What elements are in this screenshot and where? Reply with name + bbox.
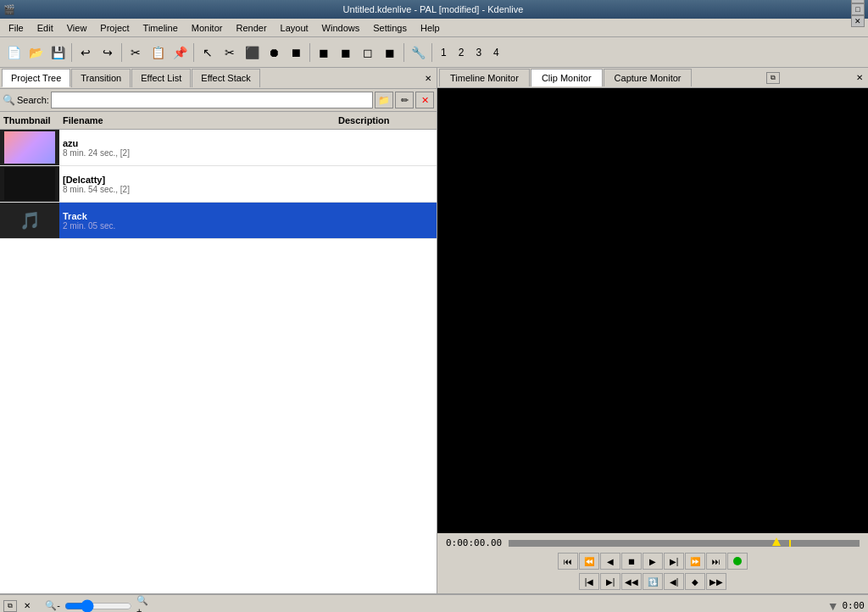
left-panel-close-button[interactable]: ✕	[421, 71, 435, 85]
app-icon: 🎬	[3, 4, 15, 15]
tab-clip-monitor[interactable]: Clip Monitor	[531, 69, 603, 86]
monitor-display	[437, 88, 868, 533]
razor-tool[interactable]: ✂	[220, 42, 240, 63]
menu-file[interactable]: File	[2, 21, 31, 35]
redo-button[interactable]: ↪	[97, 42, 118, 63]
rewind-button[interactable]: ⏪	[579, 553, 599, 570]
extract-button[interactable]: ◀|	[664, 573, 684, 590]
menu-timeline[interactable]: Timeline	[136, 21, 185, 35]
titlebar-controls: ─ □ ✕	[851, 0, 865, 27]
layout-2-button[interactable]: 2	[453, 45, 470, 60]
layout-3-button[interactable]: 3	[470, 45, 487, 60]
record-button[interactable]: ⏺	[264, 42, 284, 63]
mark-out-end-button[interactable]: ▶|	[600, 573, 620, 590]
zoom-slider[interactable]	[64, 599, 132, 613]
zoom-in-button[interactable]: 🔍+	[136, 598, 153, 613]
overwrite-button[interactable]: ◼	[380, 42, 400, 63]
zoom-out-button[interactable]: 🔍-	[44, 598, 61, 613]
left-panel: Project Tree Transition Effect List Effe…	[0, 68, 437, 593]
search-folder-button[interactable]: 📁	[375, 92, 393, 108]
save-button[interactable]: 💾	[47, 42, 68, 63]
tab-transition[interactable]: Transition	[71, 69, 131, 87]
layout-4-button[interactable]: 4	[488, 45, 504, 60]
list-item[interactable]: 🎵 Track 2 min. 05 sec.	[0, 203, 437, 239]
mark-in-start-button[interactable]: |◀	[579, 573, 599, 590]
clip-info: [Delcatty] 8 min. 54 sec., [2]	[59, 172, 437, 197]
clip-duration: 8 min. 24 sec., [2]	[63, 148, 433, 158]
timeline-close-button[interactable]: ✕	[20, 599, 34, 613]
monitor-close-button[interactable]: ✕	[853, 71, 866, 85]
search-edit-button[interactable]: ✏	[395, 92, 414, 108]
go-end-button[interactable]: ⏭	[706, 553, 726, 570]
menu-monitor[interactable]: Monitor	[185, 21, 230, 35]
menu-windows[interactable]: Windows	[315, 21, 367, 35]
menu-layout[interactable]: Layout	[274, 21, 315, 35]
clip-name: Track	[63, 211, 433, 221]
select-tool[interactable]: ↖	[198, 42, 218, 63]
list-item[interactable]: [Delcatty] 8 min. 54 sec., [2]	[0, 166, 437, 203]
next-marker-button[interactable]: ▶▶	[706, 573, 726, 590]
clip-thumbnail	[0, 130, 59, 165]
col-thumbnail: Thumbnail	[0, 114, 59, 127]
monitor-controls: 0:00:00.00 ⏮ ⏪ ◀ ⏹ ▶ ▶| ⏩ ⏭ |◀	[437, 533, 868, 593]
monitor-controls-row1: ⏮ ⏪ ◀ ⏹ ▶ ▶| ⏩ ⏭	[439, 551, 866, 571]
clip-info: Track 2 min. 05 sec.	[59, 209, 437, 233]
play-zone-button[interactable]: ▶|	[664, 553, 684, 570]
paste-button[interactable]: 📌	[170, 42, 190, 63]
undo-button[interactable]: ↩	[75, 42, 96, 63]
clip-thumbnail	[0, 166, 59, 202]
panel-tabs: Project Tree Transition Effect List Effe…	[2, 69, 261, 87]
menu-settings[interactable]: Settings	[366, 21, 414, 35]
spacer-tool[interactable]: ⬛	[242, 42, 262, 63]
close-button[interactable]: ✕	[851, 15, 865, 27]
stop-button[interactable]: ⏹	[286, 42, 306, 63]
fast-forward-button[interactable]: ⏩	[685, 553, 705, 570]
menu-help[interactable]: Help	[414, 21, 447, 35]
clip-list-header: Thumbnail Filename Description	[0, 112, 437, 130]
menu-project[interactable]: Project	[93, 21, 136, 35]
zone-in-button[interactable]: ◼	[314, 42, 334, 63]
effect-button[interactable]: 🔧	[408, 42, 428, 63]
menu-edit[interactable]: Edit	[31, 21, 60, 35]
monitor-float-button[interactable]: ⧉	[766, 72, 780, 84]
insert-button[interactable]: ◻	[358, 42, 378, 63]
add-marker-button[interactable]: ◆	[685, 573, 705, 590]
open-button[interactable]: 📂	[25, 42, 46, 63]
layout-1-button[interactable]: 1	[436, 45, 452, 60]
toolbar: 📄 📂 💾 ↩ ↪ ✂ 📋 📌 ↖ ✂ ⬛ ⏺ ⏹ ◼ ◼ ◻ ◼ 🔧 1 2 …	[0, 37, 868, 68]
toolbar-separator-4	[309, 43, 310, 62]
title-text: Untitled.kdenlive - PAL [modified] - Kde…	[343, 4, 524, 14]
loop-button[interactable]: 🔃	[643, 573, 663, 590]
go-start-button[interactable]: ⏮	[558, 553, 578, 570]
play-button[interactable]: ▶	[643, 553, 663, 570]
list-item[interactable]: azu 8 min. 24 sec., [2]	[0, 130, 437, 166]
zone-out-button[interactable]: ◼	[336, 42, 356, 63]
stop-button[interactable]: ⏹	[621, 553, 642, 570]
tab-capture-monitor[interactable]: Capture Monitor	[604, 69, 693, 86]
new-button[interactable]: 📄	[3, 42, 24, 63]
menu-view[interactable]: View	[60, 21, 94, 35]
monitor-tabs: Timeline Monitor Clip Monitor Capture Mo…	[439, 69, 693, 86]
tab-effect-list[interactable]: Effect List	[131, 69, 191, 87]
tab-effect-stack[interactable]: Effect Stack	[192, 69, 260, 87]
maximize-button[interactable]: □	[851, 3, 865, 15]
tab-project-tree[interactable]: Project Tree	[2, 69, 70, 87]
search-clear-button[interactable]: ✕	[415, 92, 434, 108]
timeline-area: ⧉ ✕ 🔍- 🔍+ ▼ 0:00 ▼ Track 1 🎬 🔊 ▼ Track 2	[0, 593, 868, 612]
prev-marker-button[interactable]: ◀◀	[621, 573, 642, 590]
project-tree: Thumbnail Filename Description azu 8 min…	[0, 112, 437, 593]
search-input[interactable]	[51, 92, 373, 108]
step-back-button[interactable]: ◀	[600, 553, 620, 570]
clip-name: azu	[63, 138, 433, 148]
tab-timeline-monitor[interactable]: Timeline Monitor	[439, 69, 530, 86]
copy-button[interactable]: 📋	[147, 42, 168, 63]
clip-thumbnail: 🎵	[0, 203, 59, 238]
monitor-timecode: 0:00:00.00	[442, 536, 505, 550]
timeline-float-button[interactable]: ⧉	[3, 600, 17, 612]
toolbar-separator-2	[121, 43, 122, 62]
search-icon: 🔍	[3, 94, 15, 106]
cut-button[interactable]: ✂	[125, 42, 146, 63]
clip-duration: 2 min. 05 sec.	[63, 221, 433, 231]
left-panel-header: Project Tree Transition Effect List Effe…	[0, 68, 437, 89]
menu-render[interactable]: Render	[229, 21, 273, 35]
